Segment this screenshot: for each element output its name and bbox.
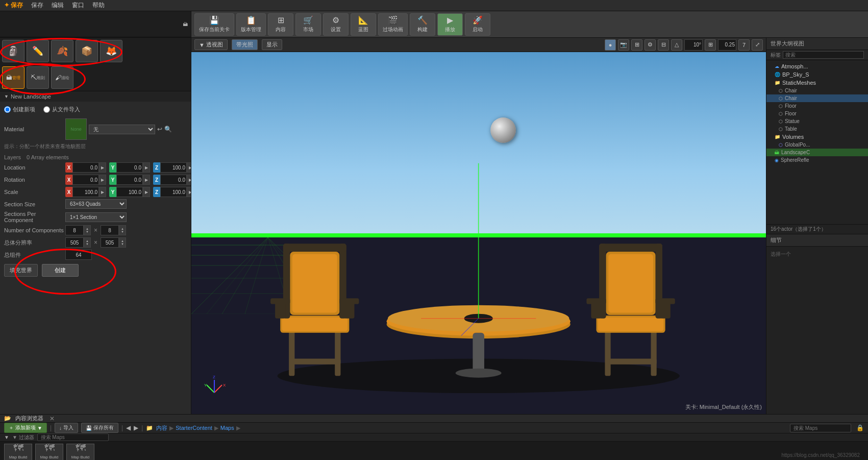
sculpt-icon[interactable]: ⛏雕刻 [27,66,49,89]
total-res-x-input[interactable] [65,237,84,248]
cb-search-input[interactable] [790,424,851,432]
location-z-arrow[interactable]: ▶ [187,162,191,173]
fullscreen-btn[interactable]: ⤢ [752,39,763,51]
outliner-item-landscape[interactable]: 🏔 LandscapeC [766,149,868,156]
realtime-btn[interactable]: ● [605,39,616,51]
rotation-y-arrow[interactable]: ▶ [143,175,150,185]
location-z-input[interactable] [160,162,187,173]
menu-item-help[interactable]: 帮助 [92,1,105,10]
mode-icon-2[interactable]: ✏️ [27,40,49,62]
outliner-item-table[interactable]: ⬡ Table [766,125,868,133]
paint-icon[interactable]: 🖌描绘 [51,66,73,89]
location-y-arrow[interactable]: ▶ [143,162,150,173]
maximize-btn[interactable]: ⊞ [631,39,642,51]
material-select[interactable]: 无 [89,125,155,134]
material-preview[interactable]: None [65,118,87,140]
lit-btn[interactable]: 带光照 [232,39,258,50]
menu-item-edit[interactable]: 编辑 [52,1,64,10]
bread-maps[interactable]: Maps [220,425,234,431]
marketplace-btn[interactable]: 🛒市场 [295,13,321,36]
radio-import[interactable]: 从文件导入 [43,106,80,113]
rotation-z-input[interactable] [160,175,187,185]
num-comp-y-arrows[interactable]: ▲▼ [119,225,126,235]
viewport-3d[interactable]: X Y Z 关卡: Minimal_Default (永久性) [191,52,766,414]
outliner-item-globalpo[interactable]: ⬡ GlobalPo... [766,141,868,149]
location-y-input[interactable] [116,162,143,173]
cinematics-btn[interactable]: 🎬过场动画 [378,13,408,36]
mode-icon-5[interactable]: 🦊 [100,40,122,62]
total-res-y-arrows[interactable]: ▲▼ [119,237,126,248]
num-comp-y-input[interactable] [101,225,119,235]
outliner-item-statue[interactable]: ⬡ Statue [766,117,868,125]
mode-icon-3[interactable]: 🍂 [51,40,73,62]
content-btn[interactable]: ⊞内容 [268,13,293,36]
num-comp-x-input[interactable] [65,225,84,235]
show-btn[interactable]: 显示 [262,39,282,50]
rotation-x-input[interactable] [72,175,99,185]
outliner-folder-staticmeshes[interactable]: 📁 StaticMeshes [766,79,868,87]
manage-icon[interactable]: 🏔管理 [2,66,24,89]
perspective-btn[interactable]: ▼ 透视图 [194,39,228,50]
settings-btn[interactable]: ⚙设置 [323,13,349,36]
search-maps-input[interactable] [37,433,109,441]
outliner-item-atmosphere[interactable]: ☁ Atmosph... [766,62,868,70]
rotation-x-arrow[interactable]: ▶ [99,175,106,185]
location-x-input[interactable] [72,162,99,173]
scale-y-arrow[interactable]: ▶ [143,187,150,197]
num-comp-x-arrows[interactable]: ▲▼ [84,225,91,235]
rotation-y-input[interactable] [116,175,143,185]
version-management-btn[interactable]: 📋版本管理 [236,13,266,36]
cb-forward-btn[interactable]: ▶ [134,424,138,431]
scale-x-arrow[interactable]: ▶ [99,187,106,197]
add-new-btn[interactable]: ＋ 添加新项 ▼ [4,423,47,433]
cb-item-1[interactable]: 🗺 Map BuildDataRegistry [4,444,32,460]
cb-close-btn[interactable]: ✕ [49,415,55,422]
mode-icon-1[interactable]: 🗿 [2,40,24,62]
outliner-item-chair-2[interactable]: ⬡ Chair [766,94,868,102]
scale-snap-input[interactable] [718,39,736,51]
scale-z-arrow[interactable]: ▶ [187,187,191,197]
scale-x-input[interactable] [72,187,99,197]
outliner-item-chair-1[interactable]: ⬡ Chair [766,87,868,94]
menu-item-window[interactable]: 窗口 [72,1,84,10]
grid-btn[interactable]: ⊟ [658,39,669,51]
rotation-snap-input[interactable] [684,39,703,51]
material-reset-icon[interactable]: ↩ [157,126,162,133]
scale-y-input[interactable] [116,187,143,197]
save-current-level-btn[interactable]: 💾保存当前关卡 [194,13,234,36]
camera-speed-btn[interactable]: 7 [738,39,750,51]
sections-per-select[interactable]: 1×1 Section [65,212,127,222]
cb-item-2[interactable]: 🗺 Map BuildDataRegistry [35,444,63,460]
radio-create[interactable]: 创建新项 [4,106,35,113]
fill-world-btn[interactable]: 填充世界 [4,264,38,277]
section-size-select[interactable]: 63×63 Quads [65,199,127,209]
vt-settings-btn[interactable]: ⚙ [644,39,656,51]
bread-content[interactable]: 内容 [156,424,167,432]
mode-icon-4[interactable]: 📦 [76,40,98,62]
snap-btn[interactable]: △ [671,39,682,51]
total-res-x-arrows[interactable]: ▲▼ [84,237,91,248]
save-all-btn[interactable]: 💾 保存所有 [81,423,118,433]
outliner-item-floor-2[interactable]: ⬡ Floor [766,110,868,117]
location-x-arrow[interactable]: ▶ [99,162,106,173]
play-btn[interactable]: ▶播放 [437,13,463,36]
outliner-item-floor-1[interactable]: ⬡ Floor [766,102,868,110]
camera-btn[interactable]: 📷 [618,39,629,51]
launch-btn[interactable]: 🚀启动 [465,13,490,36]
total-comp-input[interactable] [65,250,92,260]
create-btn[interactable]: 创建 [42,264,79,277]
blueprint-btn[interactable]: 📐蓝图 [351,13,376,36]
menu-item-file[interactable]: 保存 [31,1,43,10]
outliner-folder-volumes[interactable]: 📁 Volumes [766,133,868,141]
scale-z-input[interactable] [160,187,187,197]
build-btn[interactable]: 🔨构建 [410,13,435,36]
search-outline-input[interactable] [783,51,864,59]
total-res-y-input[interactable] [101,237,119,248]
outliner-item-sky[interactable]: 🌐 BP_Sky_S [766,70,868,79]
cb-item-3[interactable]: 🗺 Map BuildDataRegistry [66,444,94,460]
outliner-item-sphere-refl[interactable]: ◉ SphereRefle [766,156,868,164]
material-search-icon[interactable]: 🔍 [164,126,172,133]
bread-startercontent[interactable]: StarterContent [176,425,212,431]
cb-back-btn[interactable]: ◀ [126,424,131,431]
rotation-z-arrow[interactable]: ▶ [187,175,191,185]
